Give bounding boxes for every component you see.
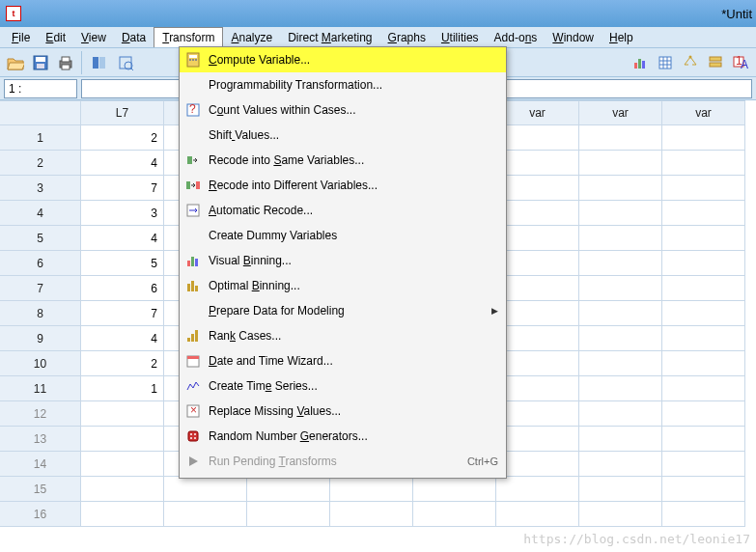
cell[interactable] bbox=[579, 251, 662, 276]
menu-item-automatic-recode[interactable]: Automatic Recode... bbox=[180, 198, 506, 223]
cell[interactable] bbox=[81, 477, 164, 502]
cell[interactable] bbox=[496, 251, 579, 276]
cell[interactable] bbox=[579, 201, 662, 226]
row-header[interactable]: 5 bbox=[0, 226, 81, 251]
cell[interactable]: 6 bbox=[81, 276, 164, 301]
cell[interactable] bbox=[496, 276, 579, 301]
cell[interactable] bbox=[662, 351, 745, 376]
cell[interactable] bbox=[579, 477, 662, 502]
cell[interactable] bbox=[662, 301, 745, 326]
cell[interactable]: 7 bbox=[81, 176, 164, 201]
cell[interactable] bbox=[496, 201, 579, 226]
cell[interactable] bbox=[496, 477, 579, 502]
cell[interactable] bbox=[579, 326, 662, 351]
cell[interactable] bbox=[496, 326, 579, 351]
cell[interactable] bbox=[579, 151, 662, 176]
cell[interactable] bbox=[662, 201, 745, 226]
cell[interactable]: 4 bbox=[81, 151, 164, 176]
row-header[interactable]: 16 bbox=[0, 502, 81, 527]
cell[interactable] bbox=[413, 502, 496, 527]
cell[interactable] bbox=[662, 251, 745, 276]
cell[interactable]: 7 bbox=[81, 301, 164, 326]
menu-graphs[interactable]: Graphs bbox=[380, 28, 434, 47]
column-header[interactable]: var bbox=[662, 100, 745, 125]
row-header[interactable]: 8 bbox=[0, 301, 81, 326]
cell[interactable] bbox=[579, 226, 662, 251]
row-header[interactable]: 7 bbox=[0, 276, 81, 301]
cell[interactable] bbox=[662, 376, 745, 401]
weight-button[interactable] bbox=[679, 51, 702, 74]
cell[interactable]: 2 bbox=[81, 351, 164, 376]
save-button[interactable] bbox=[29, 51, 52, 74]
value-labels-button[interactable]: 1A bbox=[729, 51, 752, 74]
menu-analyze[interactable]: Analyze bbox=[223, 28, 280, 47]
grid-button[interactable] bbox=[654, 51, 677, 74]
row-header[interactable]: 4 bbox=[0, 201, 81, 226]
cell[interactable] bbox=[662, 326, 745, 351]
menu-item-create-time-series[interactable]: Create Time Series... bbox=[180, 373, 506, 399]
print-button[interactable] bbox=[54, 51, 77, 74]
menu-direct-marketing[interactable]: Direct Marketing bbox=[280, 28, 379, 47]
menu-item-create-dummy-variables[interactable]: Create Dummy Variables bbox=[180, 223, 506, 248]
menu-item-random-number-generators[interactable]: Random Number Generators... bbox=[180, 424, 506, 449]
menu-item-count-values-within-cases[interactable]: ?Count Values within Cases... bbox=[180, 97, 506, 123]
cell[interactable] bbox=[496, 427, 579, 452]
menu-utilities[interactable]: Utilities bbox=[434, 28, 487, 47]
cell[interactable] bbox=[662, 125, 745, 151]
row-header[interactable]: 11 bbox=[0, 376, 81, 401]
menu-add-ons[interactable]: Add-ons bbox=[487, 28, 546, 47]
cell[interactable] bbox=[579, 125, 662, 151]
cell[interactable] bbox=[662, 151, 745, 176]
cell[interactable] bbox=[496, 176, 579, 201]
cell[interactable] bbox=[662, 452, 745, 477]
menu-item-shift-values[interactable]: Shift Values... bbox=[180, 123, 506, 148]
cell[interactable] bbox=[579, 452, 662, 477]
row-header[interactable]: 3 bbox=[0, 176, 81, 201]
menu-window[interactable]: Window bbox=[545, 28, 602, 47]
menu-item-visual-binning[interactable]: Visual Binning... bbox=[180, 248, 506, 273]
cell[interactable] bbox=[579, 502, 662, 527]
cell[interactable] bbox=[579, 401, 662, 427]
column-header[interactable]: var bbox=[496, 100, 579, 125]
cell[interactable] bbox=[496, 502, 579, 527]
cell[interactable] bbox=[662, 427, 745, 452]
cell[interactable] bbox=[662, 176, 745, 201]
cell[interactable] bbox=[81, 401, 164, 427]
cell[interactable]: 3 bbox=[81, 201, 164, 226]
row-header[interactable]: 1 bbox=[0, 125, 81, 151]
recall-button[interactable] bbox=[89, 51, 112, 74]
cell[interactable] bbox=[496, 376, 579, 401]
cell[interactable]: 5 bbox=[81, 251, 164, 276]
cell[interactable] bbox=[579, 276, 662, 301]
menu-item-programmability-transformation[interactable]: Programmability Transformation... bbox=[180, 72, 506, 97]
open-button[interactable] bbox=[4, 51, 27, 74]
cell[interactable] bbox=[662, 226, 745, 251]
menu-transform[interactable]: Transform bbox=[154, 27, 223, 47]
row-header[interactable]: 15 bbox=[0, 477, 81, 502]
menu-view[interactable]: View bbox=[73, 28, 114, 47]
select-button[interactable] bbox=[704, 51, 727, 74]
cell[interactable] bbox=[662, 401, 745, 427]
name-box[interactable]: 1 : bbox=[4, 79, 77, 98]
row-header[interactable]: 10 bbox=[0, 351, 81, 376]
column-header[interactable]: var bbox=[579, 100, 662, 125]
menu-edit[interactable]: Edit bbox=[38, 28, 73, 47]
cell[interactable] bbox=[164, 502, 247, 527]
row-header[interactable]: 9 bbox=[0, 326, 81, 351]
cell[interactable] bbox=[496, 351, 579, 376]
menu-item-rank-cases[interactable]: Rank Cases... bbox=[180, 323, 506, 348]
cell[interactable] bbox=[662, 502, 745, 527]
cell[interactable] bbox=[496, 125, 579, 151]
cell[interactable] bbox=[496, 151, 579, 176]
cell[interactable] bbox=[579, 427, 662, 452]
column-header[interactable]: L7 bbox=[81, 100, 164, 125]
cell[interactable] bbox=[81, 452, 164, 477]
cell[interactable] bbox=[164, 477, 247, 502]
cell[interactable]: 2 bbox=[81, 125, 164, 151]
cell[interactable] bbox=[579, 376, 662, 401]
row-header[interactable]: 6 bbox=[0, 251, 81, 276]
menu-item-recode-into-same-variables[interactable]: Recode into Same Variables... bbox=[180, 148, 506, 173]
cell[interactable] bbox=[579, 351, 662, 376]
goto-button[interactable] bbox=[114, 51, 137, 74]
row-header[interactable]: 2 bbox=[0, 151, 81, 176]
